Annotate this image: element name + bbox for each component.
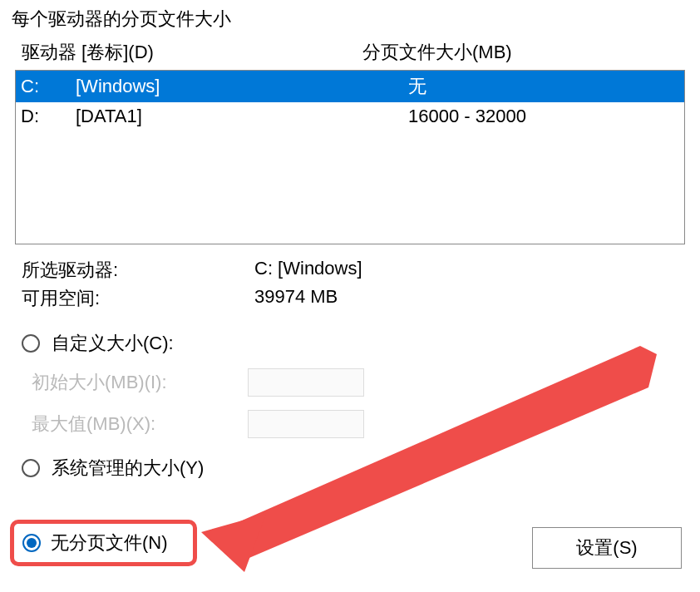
selected-drive-row: 所选驱动器: C: [Windows] <box>12 256 688 284</box>
drive-list[interactable]: C: [Windows] 无 D: [DATA1] 16000 - 32000 <box>15 70 685 244</box>
max-size-input <box>248 410 364 438</box>
drive-row-c[interactable]: C: [Windows] 无 <box>16 71 684 102</box>
radio-custom-size[interactable]: 自定义大小(C): <box>22 328 688 359</box>
selected-drive-value: C: [Windows] <box>254 258 678 283</box>
initial-size-row: 初始大小(MB)(I): <box>22 366 688 399</box>
drive-value: 无 <box>367 74 681 99</box>
drive-value: 16000 - 32000 <box>367 106 681 127</box>
max-size-row: 最大值(MB)(X): <box>22 407 688 441</box>
free-space-label: 可用空间: <box>22 286 254 311</box>
annotation-highlight-box: 无分页文件(N) <box>10 520 197 566</box>
radio-system-managed-label: 系统管理的大小(Y) <box>52 456 204 481</box>
drive-list-headers: 驱动器 [卷标](D) 分页文件大小(MB) <box>12 40 688 70</box>
drive-letter: D: <box>19 106 76 127</box>
radio-icon <box>22 459 40 477</box>
radio-no-paging-label[interactable]: 无分页文件(N) <box>51 530 168 555</box>
drive-label: [Windows] <box>76 76 367 97</box>
radio-system-managed[interactable]: 系统管理的大小(Y) <box>22 452 688 484</box>
svg-marker-1 <box>201 514 266 572</box>
initial-size-label: 初始大小(MB)(I): <box>32 370 248 395</box>
set-button[interactable]: 设置(S) <box>532 527 682 569</box>
drive-label: [DATA1] <box>76 106 367 127</box>
drive-letter: C: <box>19 76 76 97</box>
max-size-label: 最大值(MB)(X): <box>32 412 248 437</box>
drive-row-d[interactable]: D: [DATA1] 16000 - 32000 <box>16 102 684 131</box>
radio-icon <box>22 334 40 353</box>
free-space-row: 可用空间: 39974 MB <box>12 284 688 313</box>
radio-icon[interactable] <box>22 534 41 552</box>
free-space-value: 39974 MB <box>254 286 678 311</box>
header-drive: 驱动器 [卷标](D) <box>22 40 362 65</box>
header-size: 分页文件大小(MB) <box>362 40 685 65</box>
selected-drive-label: 所选驱动器: <box>22 258 254 283</box>
initial-size-input <box>248 368 364 397</box>
section-title: 每个驱动器的分页文件大小 <box>12 7 688 32</box>
paging-options: 自定义大小(C): 初始大小(MB)(I): 最大值(MB)(X): 系统管理的… <box>12 328 688 484</box>
radio-custom-size-label: 自定义大小(C): <box>52 331 174 356</box>
